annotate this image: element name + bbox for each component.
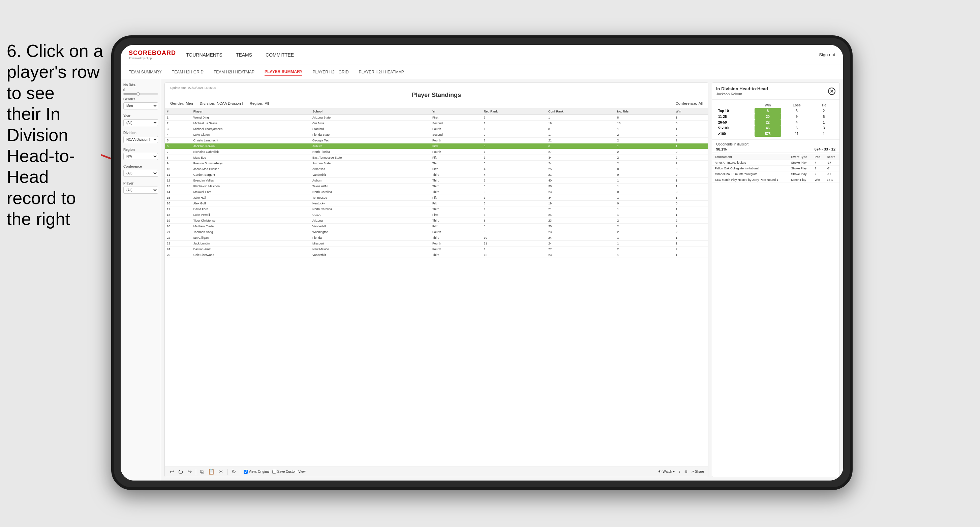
conference-label: Conference	[123, 165, 158, 168]
cell-rank: 25	[165, 252, 191, 258]
table-row[interactable]: 17 David Ford North Carolina Third 1 21 …	[165, 206, 708, 212]
cell-school: Missouri	[310, 241, 430, 246]
region-dropdown[interactable]: N/A	[123, 153, 158, 160]
sub-nav: TEAM SUMMARY TEAM H2H GRID TEAM H2H HEAT…	[121, 65, 843, 79]
table-row[interactable]: 20 Matthew Riedel Vanderbilt Fifth 8 30 …	[165, 224, 708, 229]
copy-button[interactable]: ⧉	[199, 468, 205, 475]
cell-reg-rank: 1	[482, 126, 546, 132]
cell-win: 2	[674, 229, 708, 235]
view-original-checkbox[interactable]	[243, 470, 248, 474]
cell-win: 2	[674, 218, 708, 224]
cell-reg-rank: 2	[482, 132, 546, 138]
cell-yr: Fifth	[430, 155, 482, 160]
tab-player-summary[interactable]: PLAYER SUMMARY	[264, 68, 302, 76]
table-row[interactable]: 25 Cole Sherwood Vanderbilt Third 12 23 …	[165, 252, 708, 258]
watch-button[interactable]: 👁 Watch ▾	[658, 470, 675, 473]
table-row[interactable]: 7 Nicholas Gabrelick North Florida Fourt…	[165, 149, 708, 155]
table-row[interactable]: 8 Mats Ege East Tennessee State Fifth 1 …	[165, 155, 708, 160]
cell-yr: Second	[430, 132, 482, 138]
cell-rank: 12	[165, 178, 191, 184]
undo-button[interactable]: ↩	[169, 468, 175, 475]
refresh-button[interactable]: ↻	[231, 468, 237, 475]
table-row[interactable]: 12 Brendan Valles Auburn Third 1 40 1 1	[165, 178, 708, 184]
tab-player-h2h-grid[interactable]: PLAYER H2H GRID	[312, 68, 348, 76]
table-row[interactable]: 10 Jacob Mos Ollesen Arkansas Fifth 4 25…	[165, 166, 708, 172]
conference-dropdown[interactable]: (All)	[123, 170, 158, 177]
h2h-table-row: 26-50 22 4 1	[716, 119, 835, 125]
table-row[interactable]: 21 Taehoon Song Washington Fourth 6 23 2…	[165, 229, 708, 235]
cell-yr: Fifth	[430, 224, 482, 229]
player-dropdown[interactable]: (All)	[123, 187, 158, 194]
h2h-table-row: >100 578 11 1	[716, 131, 835, 137]
table-row[interactable]: 14 Maxwell Ford North Carolina Third 3 2…	[165, 189, 708, 195]
h2h-col-win: Win	[754, 102, 781, 108]
cell-win: 2	[674, 246, 708, 252]
table-row[interactable]: 16 Alex Goff Kentucky Fifth 8 19 0 0	[165, 201, 708, 206]
h2h-loss: 11	[781, 131, 812, 137]
cell-reg-rank: 1	[482, 115, 546, 121]
col-rank: #	[165, 108, 191, 115]
cell-school: Vanderbilt	[310, 172, 430, 178]
cut-button[interactable]: ✂	[218, 468, 224, 475]
paste-button[interactable]: 📋	[207, 468, 215, 475]
save-custom-checkbox[interactable]	[272, 470, 276, 474]
share-button[interactable]: ↗ Share	[691, 470, 704, 473]
cell-win: 1	[674, 235, 708, 241]
toolbar-icon-1[interactable]: ↕	[679, 470, 680, 473]
logo-scoreboard: SCOREBOARD	[129, 49, 176, 56]
no-rds-slider-track[interactable]	[123, 93, 158, 95]
division-dropdown[interactable]: NCAA Division I	[123, 136, 158, 143]
table-row[interactable]: 22 Ian Gilligan Florida Third 10 24 1 1	[165, 235, 708, 241]
cell-rank: 22	[165, 235, 191, 241]
division-tag: Division: NCAA Division I	[200, 102, 243, 105]
player-label: Player	[123, 181, 158, 185]
redo-button[interactable]: ↪	[187, 468, 192, 475]
t-name: Mirabel Maui Jim Intercollegiate	[712, 171, 788, 177]
table-row[interactable]: 13 Phichaksn Maichon Texas A&M Third 6 3…	[165, 184, 708, 189]
toolbar-sep-1	[196, 469, 196, 475]
toolbar-icon-2[interactable]: ⊞	[684, 470, 687, 473]
table-row[interactable]: 15 Jake Hall Tennessee Fifth 1 34 1 1	[165, 195, 708, 201]
table-row[interactable]: 23 Jack Lundin Missouri Fourth 11 24 1 1	[165, 241, 708, 246]
gender-dropdown[interactable]: Men	[123, 102, 158, 110]
t-col-pos: Pos	[812, 154, 824, 160]
cell-reg-rank: 3	[482, 189, 546, 195]
cell-school: Tennessee	[310, 195, 430, 201]
cell-yr: Third	[430, 184, 482, 189]
table-row[interactable]: 1 Wenyi Ding Arizona State First 1 1 8 1	[165, 115, 708, 121]
redo-step-button[interactable]: ⭮	[177, 468, 184, 475]
cell-conf-rank: 34	[546, 195, 615, 201]
nav-committee[interactable]: COMMITTEE	[266, 51, 294, 59]
cell-player: Michael La Sasse	[191, 121, 310, 126]
table-row[interactable]: 3 Michael Thorbjornsen Stanford Fourth 1…	[165, 126, 708, 132]
table-row[interactable]: 18 Luke Powell UCLA First 6 24 1 1	[165, 212, 708, 218]
tab-team-h2h-grid[interactable]: TEAM H2H GRID	[172, 68, 204, 76]
year-dropdown[interactable]: (All)	[123, 119, 158, 126]
table-row[interactable]: 24 Bastian Amat New Mexico Fourth 1 27 2…	[165, 246, 708, 252]
table-row[interactable]: 11 Gordon Sargent Vanderbilt Third 4 21 …	[165, 172, 708, 178]
cell-no-rds: 10	[615, 121, 674, 126]
cell-player: Jackson Koivun	[191, 143, 310, 149]
table-row[interactable]: 9 Preston Summerhays Arizona State Third…	[165, 160, 708, 166]
tab-team-summary[interactable]: TEAM SUMMARY	[129, 68, 162, 76]
tab-team-h2h-heatmap[interactable]: TEAM H2H HEATMAP	[214, 68, 255, 76]
table-row[interactable]: 6 Jackson Koivun Auburn First 3 6 1 1	[165, 143, 708, 149]
table-row[interactable]: 2 Michael La Sasse Ole Miss Second 1 19 …	[165, 121, 708, 126]
cell-win: 0	[674, 166, 708, 172]
t-pos: 2	[812, 166, 824, 171]
cell-no-rds: 1	[615, 252, 674, 258]
table-row[interactable]: 4 Luke Claton Florida State Second 2 17 …	[165, 132, 708, 138]
table-row[interactable]: 5 Christo Lamprecht Georgia Tech Fourth …	[165, 138, 708, 143]
h2h-tie: 5	[812, 114, 835, 119]
h2h-close-button[interactable]: ✕	[828, 87, 835, 95]
table-row[interactable]: 19 Tiger Christensen Arizona Third 8 23 …	[165, 218, 708, 224]
nav-tournaments[interactable]: TOURNAMENTS	[186, 51, 223, 59]
cell-school: North Carolina	[310, 189, 430, 195]
cell-rank: 20	[165, 224, 191, 229]
tab-player-h2h-heatmap[interactable]: PLAYER H2H HEATMAP	[359, 68, 404, 76]
cell-yr: Third	[430, 189, 482, 195]
sign-out-link[interactable]: Sign out	[819, 52, 835, 57]
nav-teams[interactable]: TEAMS	[236, 51, 252, 59]
cell-rank: 2	[165, 121, 191, 126]
cell-school: Stanford	[310, 126, 430, 132]
